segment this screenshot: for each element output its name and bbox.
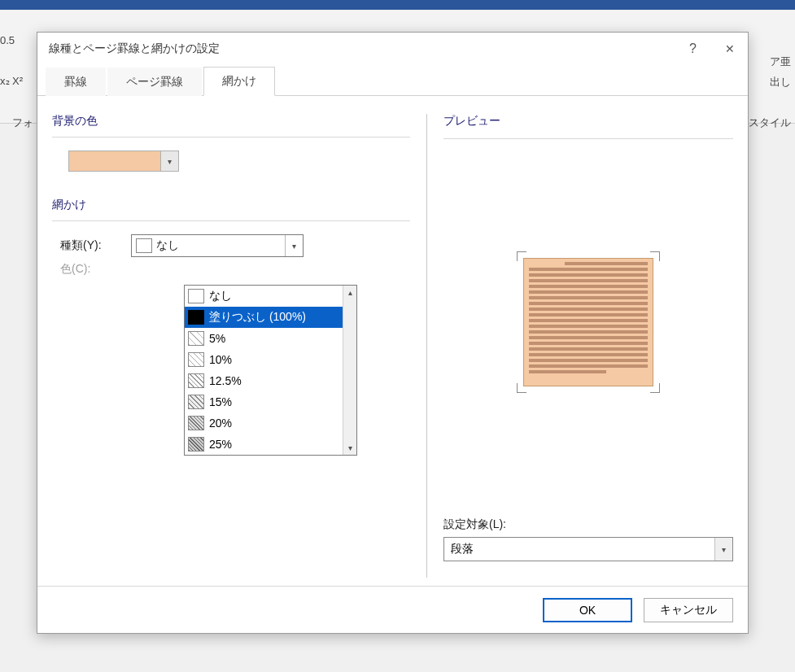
preview-text-line <box>529 325 648 328</box>
dropdown-item-label: 12.5% <box>209 374 242 387</box>
pattern-type-label: 種類(Y): <box>60 238 121 253</box>
styles-sample-fragment: ア亜 <box>770 55 791 69</box>
pattern-swatch-15pct <box>188 395 204 409</box>
tab-borders-label: 罫線 <box>64 75 87 88</box>
preview-text-line <box>529 342 648 345</box>
preview-text-line <box>529 296 648 299</box>
help-button[interactable]: ? <box>675 33 711 65</box>
dropdown-item-label: なし <box>209 289 232 303</box>
tab-shading[interactable]: 網かけ <box>203 67 275 96</box>
dialog-titlebar: 線種とページ罫線と網かけの設定 ? ✕ <box>37 33 748 65</box>
preview-text-line <box>529 364 648 368</box>
pattern-swatch-5pct <box>188 331 204 346</box>
preview-text-line <box>529 370 606 373</box>
preview-text-line <box>529 308 648 311</box>
preview-text-line <box>529 353 648 356</box>
preview-pane: プレビュー <box>426 114 733 578</box>
borders-shading-dialog: 線種とページ罫線と網かけの設定 ? ✕ 罫線 ページ罫線 網かけ 背景の色 ▾ … <box>37 32 749 634</box>
close-icon: ✕ <box>725 42 735 55</box>
pattern-type-swatch <box>136 238 152 253</box>
dropdown-item-label: 15% <box>209 395 232 408</box>
heading-sample-fragment: 出し <box>770 75 791 89</box>
apply-to-row: 設定対象(L): 段落 ▾ <box>443 517 733 561</box>
preview-text-line <box>529 279 648 282</box>
dialog-tabs: 罫線 ページ罫線 網かけ <box>37 65 748 96</box>
tab-shading-label: 網かけ <box>222 74 256 87</box>
background-color-picker[interactable]: ▾ <box>68 151 179 172</box>
apply-to-label: 設定対象(L): <box>443 517 733 532</box>
pattern-swatch-none <box>188 289 204 303</box>
dialog-footer: OK キャンセル <box>37 586 748 633</box>
preview-text-line <box>529 290 648 294</box>
close-button[interactable]: ✕ <box>711 33 748 65</box>
cancel-button-label: キャンセル <box>660 603 717 617</box>
cancel-button[interactable]: キャンセル <box>644 598 733 622</box>
tab-page-border[interactable]: ページ罫線 <box>107 68 202 96</box>
scroll-up-arrow[interactable]: ▴ <box>343 286 356 299</box>
dropdown-item-label: 20% <box>209 417 232 430</box>
dropdown-item-12pct[interactable]: 12.5% <box>185 370 343 391</box>
pattern-swatch-12pct <box>188 373 204 388</box>
styles-group-label-fragment: スタイル <box>749 116 791 130</box>
pattern-color-label: 色(C): <box>60 262 121 277</box>
preview-text-line <box>529 285 648 288</box>
divider <box>52 137 410 137</box>
subscript-superscript-fragment: x₂ X² <box>0 75 23 87</box>
dropdown-listbox: なし 塗りつぶし (100%) 5% 10% 12.5% 15% <box>185 286 343 455</box>
preview-text-line <box>529 359 648 362</box>
preview-text-line <box>529 268 648 271</box>
dialog-content: 背景の色 ▾ 網かけ 種類(Y): なし ▾ 色(C): <box>37 96 748 586</box>
dropdown-item-15pct[interactable]: 15% <box>185 391 343 412</box>
shading-pattern-section-label: 網かけ <box>52 198 410 212</box>
preview-area <box>443 152 733 517</box>
pattern-swatch-10pct <box>188 352 204 367</box>
ok-button[interactable]: OK <box>543 598 632 622</box>
dropdown-item-label: 5% <box>209 332 225 345</box>
pattern-swatch-20pct <box>188 416 204 430</box>
apply-to-dropdown-arrow[interactable]: ▾ <box>714 538 732 561</box>
preview-text-line <box>529 273 648 277</box>
preview-text-line <box>529 313 648 316</box>
help-icon: ? <box>689 41 697 56</box>
dropdown-item-solid[interactable]: 塗りつぶし (100%) <box>185 307 343 328</box>
preview-text-line <box>565 262 648 265</box>
preview-text-line <box>529 319 648 322</box>
background-color-swatch <box>69 151 160 171</box>
pattern-swatch-solid <box>188 310 204 325</box>
dropdown-item-label: 10% <box>209 353 232 366</box>
dialog-title: 線種とページ罫線と網かけの設定 <box>49 41 220 56</box>
background-color-section-label: 背景の色 <box>52 114 410 129</box>
ok-button-label: OK <box>579 604 596 617</box>
pattern-swatch-25pct <box>188 437 204 452</box>
dropdown-item-20pct[interactable]: 20% <box>185 412 343 434</box>
dropdown-scrollbar[interactable]: ▴ ▾ <box>343 286 356 455</box>
preview-text-line <box>529 330 648 334</box>
tab-borders[interactable]: 罫線 <box>46 68 106 96</box>
dropdown-item-5pct[interactable]: 5% <box>185 328 343 349</box>
apply-to-select[interactable]: 段落 ▾ <box>443 537 733 561</box>
pattern-type-dropdown-list[interactable]: なし 塗りつぶし (100%) 5% 10% 12.5% 15% <box>184 285 357 456</box>
dropdown-item-label: 25% <box>209 438 232 451</box>
scroll-down-arrow[interactable]: ▾ <box>343 441 356 455</box>
dropdown-item-label: 塗りつぶし (100%) <box>209 310 306 325</box>
divider <box>52 220 410 221</box>
pattern-type-dropdown-arrow[interactable]: ▾ <box>285 235 303 256</box>
divider <box>443 138 733 139</box>
zoom-field-fragment: 0.5 <box>0 34 15 46</box>
preview-text-line <box>529 347 648 351</box>
pattern-type-combobox[interactable]: なし ▾ <box>131 234 304 257</box>
apply-to-value: 段落 <box>444 542 714 556</box>
font-group-label-fragment: フォ <box>12 116 33 130</box>
tab-page-border-label: ページ罫線 <box>126 75 183 88</box>
preview-section-label: プレビュー <box>443 114 733 129</box>
dropdown-item-none[interactable]: なし <box>185 286 343 307</box>
shading-preview <box>523 258 653 386</box>
preview-fill <box>523 258 653 386</box>
dropdown-item-10pct[interactable]: 10% <box>185 349 343 370</box>
dropdown-item-25pct[interactable]: 25% <box>185 434 343 455</box>
background-color-dropdown-arrow[interactable]: ▾ <box>160 151 178 171</box>
app-ribbon-accent <box>0 0 795 10</box>
preview-text-line <box>529 302 648 305</box>
preview-text-line <box>529 336 648 339</box>
pattern-type-value: なし <box>156 238 285 253</box>
